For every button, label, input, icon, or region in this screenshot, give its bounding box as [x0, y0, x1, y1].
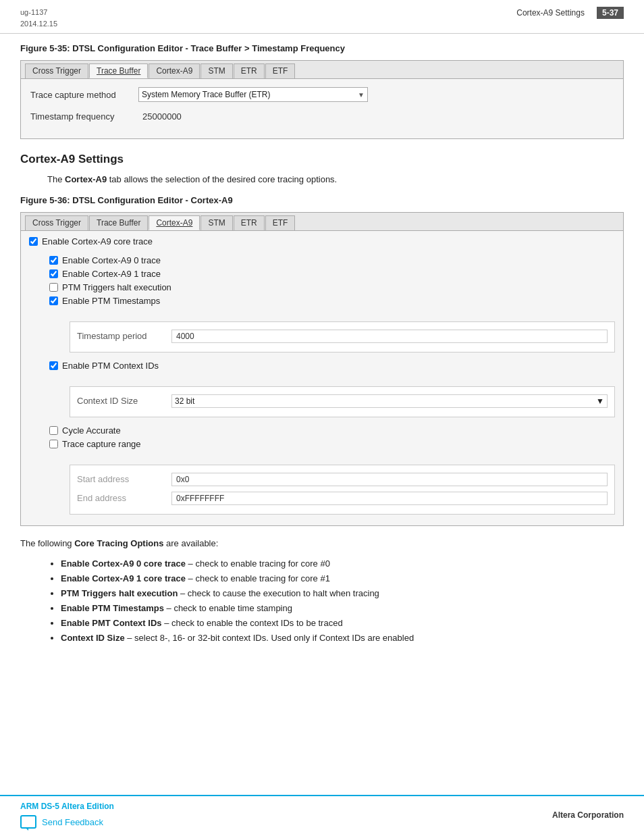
enable-ptm-timestamps-row: Enable PTM Timestamps: [49, 296, 615, 306]
tab-stm-2[interactable]: STM: [200, 215, 232, 230]
end-address-input[interactable]: [171, 492, 608, 505]
tab-trace-buffer-1[interactable]: Trace Buffer: [89, 63, 148, 78]
timestamp-value: 25000000: [138, 110, 186, 123]
timestamp-period-label: Timestamp period: [77, 331, 171, 341]
enable-core0-checkbox[interactable]: [49, 256, 58, 265]
core-trace-options: Enable Cortex-A9 0 trace Enable Cortex-A…: [49, 255, 615, 306]
bullet-item-0: Enable Cortex-A9 0 core trace – check to…: [61, 556, 624, 571]
tab-cross-trigger-1[interactable]: Cross Trigger: [25, 63, 88, 78]
tab-trace-buffer-2[interactable]: Trace Buffer: [89, 215, 148, 230]
figure1-content: Trace capture method System Memory Trace…: [21, 79, 623, 138]
main-content: Figure 5-35: DTSL Configuration Editor -…: [0, 34, 644, 667]
tab-etr-2[interactable]: ETR: [234, 215, 265, 230]
doc-date: 2014.12.15: [20, 18, 57, 30]
bullet-item-2: PTM Triggers halt execution – check to c…: [61, 586, 624, 601]
send-feedback-label: Send Feedback: [42, 817, 103, 827]
context-id-value: 32 bit: [175, 396, 194, 406]
extra-options: Cycle Accurate Trace capture range: [49, 425, 615, 449]
tab-cortex-a9-2[interactable]: Cortex-A9: [149, 215, 200, 230]
figure2-content: Enable Cortex-A9 core trace Enable Corte…: [21, 231, 623, 525]
address-box: Start address End address: [70, 465, 615, 515]
trace-capture-label: Trace capture method: [30, 90, 138, 100]
enable-core-trace-row: Enable Cortex-A9 core trace: [29, 236, 615, 246]
send-feedback-section[interactable]: Send Feedback: [20, 815, 114, 829]
ptm-triggers-row: PTM Triggers halt execution: [49, 282, 615, 292]
dropdown-arrow-icon: ▼: [358, 91, 365, 99]
timestamp-freq-label: Timestamp frequency: [30, 111, 138, 122]
context-id-section: Context ID Size 32 bit ▼: [70, 386, 615, 417]
context-id-dropdown-arrow-icon: ▼: [596, 396, 604, 406]
cycle-accurate-label: Cycle Accurate: [62, 425, 121, 436]
figure2-config-box: Cross Trigger Trace Buffer Cortex-A9 STM…: [20, 212, 624, 526]
enable-core0-row: Enable Cortex-A9 0 trace: [49, 255, 615, 265]
body-text: The following Core Tracing Options are a…: [20, 538, 624, 548]
trace-capture-select[interactable]: System Memory Trace Buffer (ETR) ▼: [138, 87, 368, 102]
bullet-list: Enable Cortex-A9 0 core trace – check to…: [61, 556, 624, 646]
start-address-label: Start address: [77, 474, 171, 484]
ptm-triggers-checkbox[interactable]: [49, 283, 58, 292]
ptm-context-section: Enable PTM Context IDs: [49, 361, 615, 371]
footer-company: Altera Corporation: [552, 810, 624, 820]
figure2-title: Figure 5-36: DTSL Configuration Editor -…: [20, 195, 624, 205]
start-address-input[interactable]: [171, 473, 608, 486]
address-section: Start address End address: [70, 465, 615, 515]
start-address-row: Start address: [77, 473, 608, 486]
enable-core-trace-checkbox[interactable]: [29, 237, 38, 246]
enable-ptm-context-checkbox[interactable]: [49, 361, 58, 370]
bullet-item-3: Enable PTM Timestamps – check to enable …: [61, 601, 624, 616]
feedback-icon: [20, 815, 36, 829]
tab-cortex-a9-1[interactable]: Cortex-A9: [149, 63, 200, 78]
bullet-item-1: Enable Cortex-A9 1 core trace – check to…: [61, 571, 624, 586]
enable-ptm-timestamps-checkbox[interactable]: [49, 296, 58, 305]
tab-etf-1[interactable]: ETF: [265, 63, 296, 78]
figure1-config-box: Cross Trigger Trace Buffer Cortex-A9 STM…: [20, 60, 624, 139]
page-number: 5-37: [597, 7, 624, 19]
context-id-box: Context ID Size 32 bit ▼: [70, 386, 615, 417]
section-intro: The Cortex-A9 tab allows the selection o…: [47, 173, 624, 187]
context-id-label: Context ID Size: [77, 396, 171, 406]
context-id-select[interactable]: 32 bit ▼: [171, 394, 608, 408]
tab-cross-trigger-2[interactable]: Cross Trigger: [25, 215, 88, 230]
section-title: Cortex-A9 Settings: [516, 8, 585, 18]
enable-core1-row: Enable Cortex-A9 1 trace: [49, 269, 615, 279]
timestamp-period-row: Timestamp period: [77, 330, 608, 343]
doc-info: ug-1137 2014.12.15: [20, 7, 57, 29]
footer-product-name[interactable]: ARM DS-5 Altera Edition: [20, 802, 114, 811]
cycle-accurate-checkbox[interactable]: [49, 426, 58, 435]
tab-stm-1[interactable]: STM: [200, 63, 232, 78]
ptm-triggers-label: PTM Triggers halt execution: [62, 282, 171, 292]
enable-ptm-context-label: Enable PTM Context IDs: [62, 361, 159, 371]
enable-ptm-context-row: Enable PTM Context IDs: [49, 361, 615, 371]
timestamp-period-input[interactable]: [171, 330, 608, 343]
context-id-row: Context ID Size 32 bit ▼: [77, 394, 608, 408]
enable-core1-label: Enable Cortex-A9 1 trace: [62, 269, 161, 279]
figure2-tabs: Cross Trigger Trace Buffer Cortex-A9 STM…: [21, 213, 623, 231]
footer-left-section: ARM DS-5 Altera Edition Send Feedback: [20, 802, 114, 829]
end-address-row: End address: [77, 492, 608, 505]
figure1-title: Figure 5-35: DTSL Configuration Editor -…: [20, 43, 624, 53]
header-right: Cortex-A9 Settings 5-37: [516, 7, 624, 19]
trace-capture-range-row: Trace capture range: [49, 439, 615, 449]
figure1-tabs: Cross Trigger Trace Buffer Cortex-A9 STM…: [21, 61, 623, 79]
timestamp-period-section: Timestamp period: [70, 321, 615, 353]
bullet-item-5: Context ID Size – select 8-, 16- or 32-b…: [61, 631, 624, 646]
section-heading: Cortex-A9 Settings: [20, 153, 624, 166]
tab-etr-1[interactable]: ETR: [234, 63, 265, 78]
trace-capture-range-label: Trace capture range: [62, 439, 141, 449]
page-footer: ARM DS-5 Altera Edition Send Feedback Al…: [0, 795, 644, 834]
timestamp-freq-row: Timestamp frequency 25000000: [30, 107, 614, 125]
enable-core0-label: Enable Cortex-A9 0 trace: [62, 255, 161, 265]
trace-capture-range-checkbox[interactable]: [49, 440, 58, 448]
trace-capture-select-text: System Memory Trace Buffer (ETR): [142, 90, 270, 99]
enable-core1-checkbox[interactable]: [49, 269, 58, 278]
enable-core-trace-label: Enable Cortex-A9 core trace: [42, 236, 153, 246]
timestamp-period-box: Timestamp period: [70, 321, 615, 353]
timestamp-freq-value: 25000000: [138, 110, 614, 123]
bullet-item-4: Enable PMT Context IDs – check to enable…: [61, 616, 624, 631]
trace-capture-value: System Memory Trace Buffer (ETR) ▼: [138, 87, 614, 102]
tab-etf-2[interactable]: ETF: [265, 215, 296, 230]
page-header: ug-1137 2014.12.15 Cortex-A9 Settings 5-…: [0, 0, 644, 34]
cycle-accurate-row: Cycle Accurate: [49, 425, 615, 436]
enable-ptm-timestamps-label: Enable PTM Timestamps: [62, 296, 160, 306]
doc-id: ug-1137: [20, 7, 57, 18]
